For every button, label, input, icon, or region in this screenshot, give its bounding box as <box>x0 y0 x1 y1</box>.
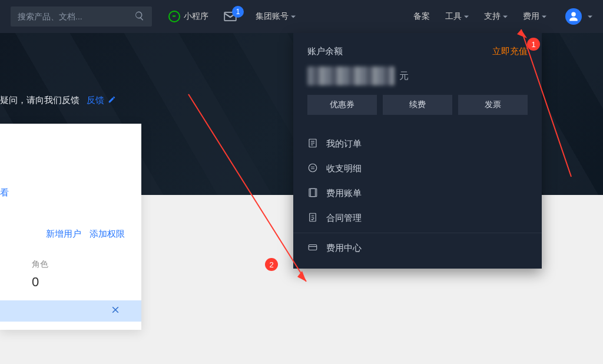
svg-rect-7 <box>309 188 316 197</box>
menu-contract[interactable]: 合同管理 <box>293 206 542 230</box>
btn-renew[interactable]: 续费 <box>383 95 452 115</box>
search-input[interactable] <box>18 12 134 21</box>
menu-my-orders-label: 我的订单 <box>326 138 362 150</box>
miniprogram-icon <box>168 11 180 22</box>
fees-dropdown: 账户余额 立即充值 元 优惠券 续费 发票 我的订单 收支明细 费用账单 合同管… <box>293 33 542 269</box>
nav-mail[interactable]: 1 <box>224 12 237 21</box>
nav-tools[interactable]: 工具 <box>445 11 469 22</box>
dropdown-menu: 我的订单 收支明细 费用账单 合同管理 费用中心 <box>293 125 542 269</box>
orders-icon <box>307 138 318 150</box>
nav-beian-label: 备案 <box>413 11 430 22</box>
caret-icon <box>588 12 592 21</box>
role-label: 角色 <box>32 259 48 270</box>
nav-group-account[interactable]: 集团账号 <box>256 11 296 22</box>
caret-icon <box>291 12 296 21</box>
nav-group-account-label: 集团账号 <box>256 11 289 22</box>
nav-user[interactable] <box>562 8 592 25</box>
currency-label: 元 <box>399 70 409 82</box>
svg-point-6 <box>309 164 317 172</box>
dropdown-header: 账户余额 立即充值 <box>293 33 542 62</box>
link-add-perm[interactable]: 添加权限 <box>90 229 125 239</box>
svg-rect-10 <box>309 244 317 250</box>
menu-bill[interactable]: 费用账单 <box>293 181 542 206</box>
caret-icon <box>464 12 469 21</box>
nav-fees-label: 费用 <box>523 11 539 22</box>
btn-coupon[interactable]: 优惠券 <box>307 95 377 115</box>
nav-tools-label: 工具 <box>445 11 462 22</box>
top-nav: 小程序 1 集团账号 备案 工具 支持 费用 <box>0 0 603 33</box>
avatar-icon <box>565 8 582 25</box>
menu-my-orders[interactable]: 我的订单 <box>293 131 542 156</box>
btn-invoice[interactable]: 发票 <box>458 95 528 115</box>
caret-icon <box>503 12 508 21</box>
svg-marker-15 <box>297 271 306 282</box>
card-view-link[interactable]: 看 <box>0 187 9 198</box>
menu-transactions-label: 收支明细 <box>326 163 362 174</box>
nav-support-label: 支持 <box>484 11 501 22</box>
feedback-link[interactable]: 反馈 <box>87 95 104 106</box>
contract-icon <box>307 212 318 224</box>
menu-fee-center[interactable]: 费用中心 <box>293 236 542 260</box>
side-card: 看 新增用户 添加权限 角色 0 <box>0 124 141 330</box>
search-box[interactable] <box>11 6 152 27</box>
menu-fee-center-label: 费用中心 <box>326 243 362 254</box>
menu-divider <box>293 233 542 233</box>
feedback-prompt: 疑问，请向我们反馈 反馈 <box>0 95 116 106</box>
nav-miniprogram-label: 小程序 <box>184 11 208 22</box>
fee-center-icon <box>307 242 318 254</box>
balance-label: 账户余额 <box>307 46 343 57</box>
card-notice-bar <box>0 300 141 322</box>
caret-icon <box>542 12 546 21</box>
menu-bill-label: 费用账单 <box>326 188 362 199</box>
nav-support[interactable]: 支持 <box>484 11 508 22</box>
nav-beian[interactable]: 备案 <box>413 11 430 22</box>
nav-fees[interactable]: 费用 <box>523 11 546 22</box>
card-action-links: 新增用户 添加权限 <box>40 229 125 240</box>
annotation-badge-2: 2 <box>265 258 278 271</box>
recharge-link[interactable]: 立即充值 <box>492 46 528 57</box>
link-add-user[interactable]: 新增用户 <box>46 229 81 239</box>
mail-badge: 1 <box>232 6 244 18</box>
nav-miniprogram[interactable]: 小程序 <box>168 11 208 22</box>
bill-icon <box>307 187 318 200</box>
role-count: 0 <box>32 274 39 290</box>
annotation-badge-1: 1 <box>527 38 540 51</box>
svg-rect-8 <box>310 188 317 197</box>
search-icon[interactable] <box>134 11 145 23</box>
balance-row: 元 <box>293 62 542 95</box>
menu-contract-label: 合同管理 <box>326 213 362 224</box>
close-icon[interactable] <box>111 305 120 317</box>
menu-transactions[interactable]: 收支明细 <box>293 156 542 181</box>
dropdown-button-row: 优惠券 续费 发票 <box>293 95 542 125</box>
balance-amount-masked <box>307 67 395 85</box>
feedback-prefix: 疑问，请向我们反馈 <box>0 95 79 106</box>
transactions-icon <box>307 163 318 175</box>
edit-icon[interactable] <box>108 95 116 105</box>
